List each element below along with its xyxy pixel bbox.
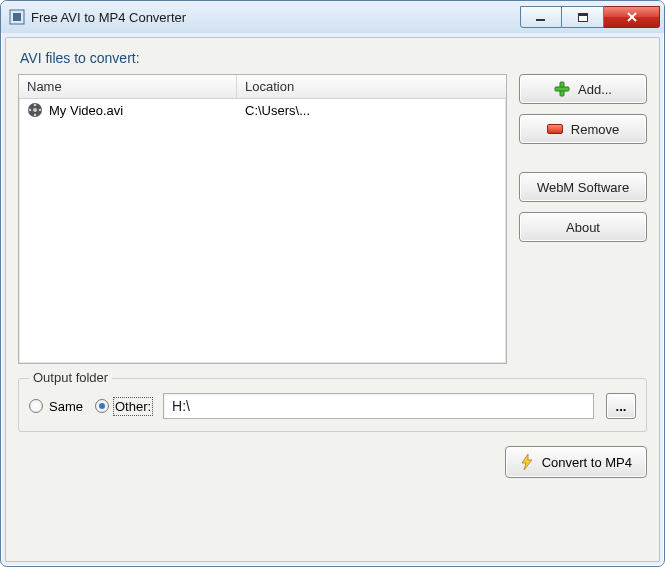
close-button[interactable]: [604, 6, 660, 28]
titlebar: Free AVI to MP4 Converter: [1, 1, 664, 33]
window-controls: [520, 6, 660, 28]
svg-point-10: [39, 109, 42, 112]
files-section-label: AVI files to convert:: [20, 50, 647, 66]
radio-same-label: Same: [49, 399, 83, 414]
webm-label: WebM Software: [537, 180, 629, 195]
minus-icon: [547, 124, 563, 134]
svg-point-7: [34, 104, 37, 107]
remove-button[interactable]: Remove: [519, 114, 647, 144]
radio-icon: [95, 399, 109, 413]
column-header-name[interactable]: Name: [19, 75, 237, 98]
video-file-icon: [27, 102, 43, 118]
cell-location: C:\Users\...: [237, 103, 506, 118]
svg-point-6: [33, 108, 37, 112]
file-name: My Video.avi: [49, 103, 123, 118]
side-buttons: Add... Remove WebM Software About: [519, 74, 647, 364]
radio-icon: [29, 399, 43, 413]
client-area: AVI files to convert: Name Location: [5, 37, 660, 562]
svg-marker-13: [522, 454, 532, 470]
svg-rect-12: [555, 87, 569, 91]
maximize-icon: [578, 13, 588, 22]
plus-icon: [554, 81, 570, 97]
output-folder-group: Output folder Same Other: ...: [18, 378, 647, 432]
radio-other[interactable]: Other:: [95, 399, 151, 414]
lightning-icon: [520, 454, 534, 470]
window-title: Free AVI to MP4 Converter: [31, 10, 520, 25]
column-header-location[interactable]: Location: [237, 75, 506, 98]
output-folder-legend: Output folder: [29, 370, 112, 385]
file-location: C:\Users\...: [245, 103, 310, 118]
files-row: Name Location: [18, 74, 647, 364]
app-window: Free AVI to MP4 Converter AVI files to c…: [0, 0, 665, 567]
svg-rect-1: [13, 13, 21, 21]
list-rows: My Video.avi C:\Users\...: [19, 99, 506, 363]
maximize-button[interactable]: [562, 6, 604, 28]
bottom-row: Convert to MP4: [18, 446, 647, 478]
browse-button[interactable]: ...: [606, 393, 636, 419]
radio-other-label: Other:: [115, 399, 151, 414]
svg-rect-2: [536, 19, 545, 21]
output-path-input[interactable]: [163, 393, 594, 419]
cell-name: My Video.avi: [19, 102, 237, 118]
webm-software-button[interactable]: WebM Software: [519, 172, 647, 202]
convert-button[interactable]: Convert to MP4: [505, 446, 647, 478]
about-label: About: [566, 220, 600, 235]
output-radio-row: Same Other: ...: [29, 393, 636, 419]
minimize-button[interactable]: [520, 6, 562, 28]
list-header: Name Location: [19, 75, 506, 99]
app-icon: [9, 9, 25, 25]
close-icon: [626, 11, 638, 23]
table-row[interactable]: My Video.avi C:\Users\...: [19, 99, 506, 121]
remove-label: Remove: [571, 122, 619, 137]
svg-point-8: [34, 114, 37, 117]
file-listview[interactable]: Name Location: [18, 74, 507, 364]
add-label: Add...: [578, 82, 612, 97]
svg-point-9: [29, 109, 32, 112]
about-button[interactable]: About: [519, 212, 647, 242]
convert-label: Convert to MP4: [542, 455, 632, 470]
add-button[interactable]: Add...: [519, 74, 647, 104]
radio-same[interactable]: Same: [29, 399, 83, 414]
browse-label: ...: [616, 399, 627, 414]
